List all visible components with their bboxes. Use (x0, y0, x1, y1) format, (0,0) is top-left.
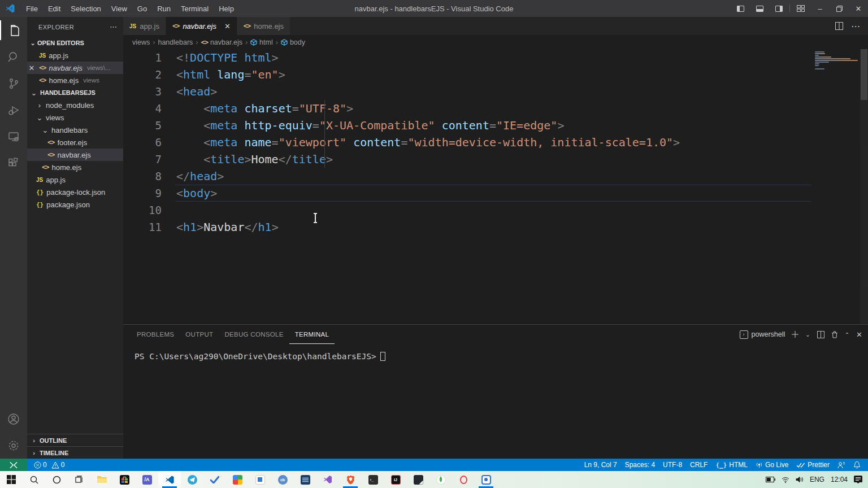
taskbar-google-meet[interactable] (226, 471, 249, 488)
taskbar-opera[interactable] (452, 471, 475, 488)
tree-item-footer-ejs[interactable]: <>footer.ejs (27, 136, 123, 149)
status-encoding[interactable]: UTF-8 (659, 459, 686, 471)
activity-bar-explorer[interactable] (0, 17, 27, 43)
activity-bar-remote-explorer[interactable] (0, 123, 27, 150)
breadcrumb-handlebars[interactable]: handlebars (158, 38, 193, 46)
taskbar-search[interactable] (23, 471, 45, 488)
wifi-icon[interactable] (782, 477, 789, 483)
code-line-6[interactable]: 6 <meta name="viewport" content="width=d… (123, 134, 868, 151)
taskbar-photos[interactable] (475, 471, 497, 488)
editor-more-actions-icon[interactable]: ⋯ (851, 21, 860, 32)
panel-tab-problems[interactable]: PROBLEMS (131, 325, 180, 344)
status-prettier[interactable]: Prettier (792, 459, 834, 471)
volume-icon[interactable] (796, 476, 804, 483)
action-center-icon[interactable] (854, 476, 862, 483)
restore-button[interactable] (830, 0, 849, 17)
breadcrumb-html[interactable]: html (250, 38, 273, 46)
panel-tab-terminal[interactable]: TERMINAL (289, 325, 335, 344)
problems-summary[interactable]: 0 0 (27, 461, 64, 469)
code-line-5[interactable]: 5 <meta http-equiv="X-UA-Compatible" con… (123, 117, 868, 134)
clock[interactable]: 12:04 (831, 476, 848, 483)
activity-bar-run-and-debug[interactable] (0, 97, 27, 123)
code-editor[interactable]: 1<!DOCTYPE html>2<html lang="en">3<head>… (123, 49, 868, 324)
tree-item-navbar-ejs[interactable]: <>navbar.ejs (27, 149, 123, 161)
tab-navbar-ejs[interactable]: <>navbar.ejs✕ (166, 17, 237, 35)
activity-bar-extensions[interactable] (0, 150, 27, 176)
close-tab-icon[interactable]: ✕ (224, 22, 231, 30)
terminal-output[interactable]: PS C:\Users\ag290\OneDrive\Desktop\handl… (123, 344, 868, 361)
open-editor-item[interactable]: JSapp.js (27, 49, 123, 62)
menu-selection[interactable]: Selection (66, 0, 106, 17)
taskbar-white-blue-app[interactable] (249, 471, 271, 488)
taskbar-striped-app[interactable] (294, 471, 316, 488)
code-line-8[interactable]: 8</head> (123, 168, 868, 185)
toggle-primary-sidebar-icon[interactable] (731, 0, 750, 17)
terminal-dropdown-icon[interactable]: ⌄ (805, 332, 810, 338)
tree-item-views[interactable]: ⌄views (27, 111, 123, 124)
minimap[interactable] (815, 51, 859, 70)
battery-icon[interactable] (766, 477, 775, 482)
taskbar-mongodb[interactable] (429, 471, 452, 488)
taskbar-task-view[interactable] (68, 471, 90, 488)
taskbar-windows-terminal[interactable]: ›_ (362, 471, 384, 488)
menu-help[interactable]: Help (214, 0, 239, 17)
panel-tab-output[interactable]: OUTPUT (180, 325, 219, 344)
toggle-secondary-sidebar-icon[interactable] (769, 0, 788, 17)
status-notifications[interactable] (849, 459, 865, 471)
status-indentation[interactable]: Spaces: 4 (621, 459, 659, 471)
activity-bar-account[interactable] (0, 406, 27, 432)
taskbar-vscode[interactable] (158, 471, 181, 488)
taskbar-intellij[interactable]: IJ (384, 471, 407, 488)
taskbar-microsoft-store[interactable] (113, 471, 136, 488)
code-line-3[interactable]: 3<head> (123, 83, 868, 100)
taskbar-brave[interactable] (339, 471, 362, 488)
taskbar-cortana[interactable] (45, 471, 68, 488)
activity-bar-settings[interactable] (0, 432, 27, 459)
code-line-7[interactable]: 7 <title>Home</title> (123, 151, 868, 168)
kill-terminal-icon[interactable] (831, 331, 838, 338)
menu-go[interactable]: Go (132, 0, 152, 17)
section-outline[interactable]: ›OUTLINE (27, 434, 123, 446)
remote-indicator[interactable] (0, 459, 27, 471)
close-panel-icon[interactable]: ✕ (856, 330, 862, 339)
tree-item-home-ejs[interactable]: <>home.ejs (27, 161, 123, 173)
tab-app-js[interactable]: JSapp.js (123, 17, 166, 35)
tree-item-node-modules[interactable]: ›node_modules (27, 99, 123, 111)
open-editor-item[interactable]: ✕<>navbar.ejsviews\... (27, 62, 123, 74)
taskbar-visual-studio[interactable] (316, 471, 339, 488)
status-language-mode[interactable]: {̳}HTML (711, 459, 752, 471)
open-editors-header[interactable]: ⌄ OPEN EDITORS (27, 37, 123, 49)
terminal-shell-selector[interactable]: › powershell (740, 330, 785, 339)
input-language[interactable]: ENG (810, 476, 824, 483)
activity-bar-source-control[interactable] (0, 70, 27, 97)
menu-file[interactable]: File (21, 0, 43, 17)
status-go-live[interactable]: Go Live (752, 459, 792, 471)
breadcrumb-navbar-ejs[interactable]: <>navbar.ejs (201, 38, 242, 46)
menu-run[interactable]: Run (152, 0, 176, 17)
maximize-panel-icon[interactable]: ⌃ (845, 332, 849, 338)
activity-bar-search[interactable] (0, 43, 27, 70)
taskbar-todo-check[interactable] (203, 471, 226, 488)
breadcrumb-views[interactable]: views (132, 38, 150, 46)
panel-tab-debug-console[interactable]: DEBUG CONSOLE (219, 325, 289, 344)
code-line-9[interactable]: 9<body> (123, 185, 868, 202)
close-button[interactable]: ✕ (849, 0, 868, 17)
tree-item-handlebarsejs[interactable]: ⌄HANDLEBARSEJS (27, 86, 123, 99)
status-cursor-position[interactable]: Ln 9, Col 7 (580, 459, 621, 471)
tree-item-package-json[interactable]: {}package.json (27, 198, 123, 211)
status-feedback[interactable] (834, 459, 849, 471)
taskbar-start[interactable] (0, 471, 23, 488)
split-terminal-icon[interactable] (817, 331, 824, 338)
minimize-button[interactable]: – (810, 0, 830, 17)
new-terminal-icon[interactable] (792, 331, 798, 338)
tree-item-package-lock-json[interactable]: {}package-lock.json (27, 186, 123, 198)
editor-scrollbar[interactable] (860, 49, 868, 324)
close-editor-icon[interactable]: ✕ (27, 64, 36, 72)
taskbar-cb-app[interactable]: cb (271, 471, 294, 488)
code-line-10[interactable]: 10 (123, 202, 868, 219)
status-eol[interactable]: CRLF (686, 459, 711, 471)
taskbar-slash-a-app[interactable]: /A (136, 471, 158, 488)
code-line-11[interactable]: 11<h1>Navbar</h1> (123, 219, 868, 236)
menu-edit[interactable]: Edit (43, 0, 66, 17)
tree-item-app-js[interactable]: JSapp.js (27, 173, 123, 186)
